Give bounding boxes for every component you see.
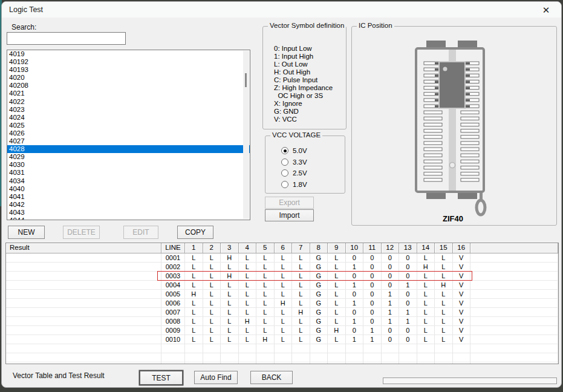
table-cell (185, 362, 203, 364)
table-cell: V (453, 263, 471, 272)
radio-icon[interactable] (281, 147, 288, 154)
table-cell (363, 353, 382, 362)
list-scrollbar-track[interactable] (243, 51, 249, 219)
part-list-item[interactable]: 4026 (7, 129, 250, 137)
part-list-item[interactable]: 4022 (7, 98, 250, 106)
table-cell: L (185, 317, 203, 326)
table-cell: L (221, 335, 239, 344)
table-row[interactable]: 0004LLLLLLLGL1001LHV (6, 281, 558, 290)
table-cell: 0 (382, 326, 400, 335)
table-row[interactable] (6, 344, 558, 353)
vcc-option-3.3V[interactable]: 3.3V (281, 158, 307, 166)
table-cell (6, 362, 161, 364)
part-list-item[interactable]: 40192 (7, 58, 250, 66)
part-list-item[interactable]: 40208 (7, 82, 250, 90)
table-cell: L (292, 317, 310, 326)
table-row[interactable]: 0001LLHLLLLGL0000LLV (6, 253, 558, 263)
part-list-item[interactable]: 4023 (7, 106, 250, 114)
table-row[interactable]: 0007LLLLLLHGL0011LLV (6, 308, 558, 317)
column-header-9: 9 (328, 243, 346, 253)
part-list-item[interactable]: 4043 (7, 209, 250, 217)
table-cell (185, 344, 203, 353)
radio-icon[interactable] (281, 181, 288, 188)
part-list-item[interactable]: 4041 (7, 193, 250, 201)
table-cell: L (275, 263, 293, 272)
back-button[interactable]: BACK (250, 371, 293, 384)
table-cell: L (203, 272, 221, 281)
table-row[interactable]: 0009LLLLLLLGH0100LLV (6, 326, 558, 335)
table-row[interactable]: 0002LLLLLLLGL1000HLV (6, 263, 558, 272)
new-button[interactable]: NEW (8, 226, 45, 239)
table-row[interactable]: 0010LLLLHLLGL1100LLV (6, 335, 558, 344)
part-list-item[interactable]: 4020 (7, 74, 250, 82)
table-cell (470, 281, 558, 290)
part-list[interactable]: 4019401924019340204020840214022402340244… (7, 50, 250, 220)
table-cell (363, 362, 382, 364)
table-cell (292, 362, 310, 364)
part-list-item[interactable]: 4024 (7, 114, 250, 122)
part-list-item[interactable]: 4042 (7, 201, 250, 209)
part-list-item[interactable]: 4034 (7, 177, 250, 185)
part-list-item[interactable]: 4029 (7, 153, 250, 161)
radio-icon[interactable] (281, 158, 288, 166)
table-row[interactable]: 0003LLHLLLLGL0000LLV (6, 272, 558, 281)
table-cell (417, 353, 435, 362)
table-cell (346, 344, 364, 353)
table-cell: L (256, 317, 275, 326)
part-list-item[interactable]: 4028 (7, 145, 250, 153)
radio-icon[interactable] (281, 169, 288, 177)
table-cell: L (256, 263, 275, 272)
part-list-item[interactable]: 4044 (7, 217, 250, 220)
table-cell: 0 (363, 263, 382, 272)
table-cell: L (203, 335, 221, 344)
part-list-item[interactable]: 4030 (7, 161, 250, 169)
table-row[interactable] (6, 362, 558, 364)
table-cell (435, 362, 453, 364)
table-cell (6, 290, 161, 299)
table-row[interactable] (6, 353, 558, 362)
part-list-item[interactable]: 40193 (7, 66, 250, 74)
ic-position-group-title: IC Position (357, 22, 394, 29)
table-row[interactable]: 0005HLLLLLLGL0010LLV (6, 290, 558, 299)
table-cell (470, 253, 558, 263)
vcc-option-label: 1.8V (293, 181, 307, 188)
list-scrollbar-thumb[interactable] (245, 73, 247, 87)
table-cell: V (453, 253, 471, 263)
table-cell: L (417, 317, 435, 326)
column-header-12: 12 (382, 243, 400, 253)
copy-button[interactable]: COPY (177, 226, 213, 239)
part-list-item[interactable]: 4019 (7, 50, 250, 58)
table-cell: L (417, 281, 435, 290)
ic-position-groupbox: IC Position ZIF40 (351, 26, 557, 226)
column-header-3: 3 (221, 243, 239, 253)
close-icon[interactable]: ✕ (540, 4, 552, 16)
vcc-option-1.8V[interactable]: 1.8V (281, 181, 307, 188)
vcc-option-5.0V[interactable]: 5.0V (281, 147, 307, 154)
vcc-option-2.5V[interactable]: 2.5V (281, 169, 307, 177)
table-row[interactable]: 0008LLLHLLLGL1011LLV (6, 317, 558, 326)
vcc-voltage-groupbox: VCC VOLTAGE 5.0V3.3V2.5V1.8V (265, 136, 345, 194)
part-list-item[interactable]: 4025 (7, 122, 250, 129)
auto-find-button[interactable]: Auto Find (194, 371, 238, 384)
part-list-item[interactable]: 4027 (7, 137, 250, 145)
part-list-item[interactable]: 4040 (7, 185, 250, 193)
table-cell (470, 290, 558, 299)
part-list-item[interactable]: 4021 (7, 90, 250, 97)
table-cell: L (185, 308, 203, 317)
table-cell: 0 (363, 281, 382, 290)
table-row[interactable]: 0006LLLLLHLGL1010LLV (6, 299, 558, 308)
result-table[interactable]: ResultLINE12345678910111213141516 0001LL… (5, 243, 559, 364)
test-button[interactable]: TEST (140, 371, 183, 385)
table-cell (256, 362, 275, 364)
search-input[interactable] (7, 32, 126, 45)
part-list-item[interactable]: 4031 (7, 169, 250, 177)
table-cell: L (203, 290, 221, 299)
table-cell: L (328, 263, 346, 272)
import-button[interactable]: Import (265, 209, 314, 221)
table-cell: 0 (382, 335, 400, 344)
table-cell (292, 344, 310, 353)
search-label: Search: (11, 23, 36, 31)
column-header-13: 13 (399, 243, 417, 253)
table-cell (470, 317, 558, 326)
table-cell (346, 353, 364, 362)
